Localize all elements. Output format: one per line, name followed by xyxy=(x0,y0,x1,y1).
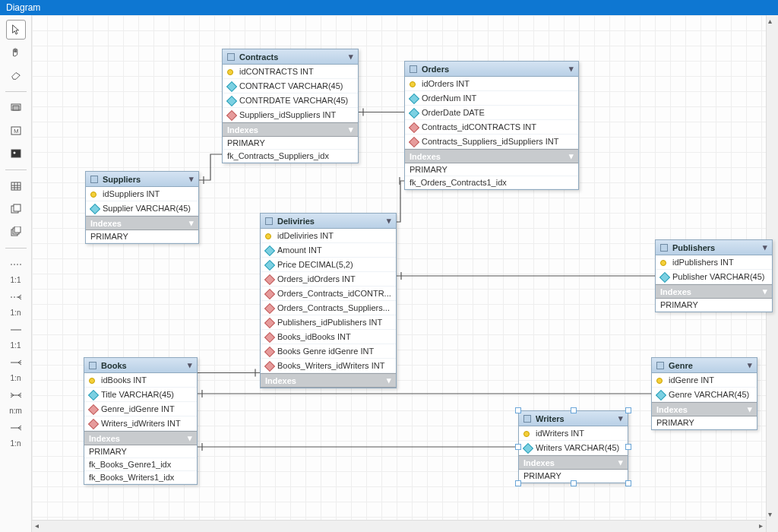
index-row[interactable]: PRIMARY xyxy=(656,299,772,312)
chevron-down-icon[interactable]: ▾ xyxy=(188,433,192,443)
indexes-section[interactable]: Indexes▾ xyxy=(405,149,578,163)
chevron-down-icon[interactable]: ▾ xyxy=(349,52,353,62)
chevron-down-icon[interactable]: ▾ xyxy=(618,458,623,467)
selection-handle[interactable] xyxy=(515,480,521,486)
entity-contracts[interactable]: Contracts▾idCONTRACTS INTCONTRACT VARCHA… xyxy=(222,49,359,163)
rel-1-1-solid-tool[interactable] xyxy=(6,320,26,340)
column-row[interactable]: OrderDate DATE xyxy=(405,106,578,120)
eraser-tool[interactable] xyxy=(6,65,26,85)
indexes-section[interactable]: Indexes▾ xyxy=(223,122,358,137)
entity-orders[interactable]: Orders▾idOrders INTOrderNum INTOrderDate… xyxy=(404,61,579,190)
column-row[interactable]: idOrders INT xyxy=(405,77,578,91)
index-row[interactable]: PRIMARY xyxy=(405,163,578,176)
duplicate-tool[interactable] xyxy=(6,199,26,219)
column-row[interactable]: idCONTRACTS INT xyxy=(223,65,358,79)
index-row[interactable]: PRIMARY xyxy=(652,416,757,429)
index-row[interactable]: fk_Books_Genre1_idx xyxy=(84,458,197,471)
column-row[interactable]: CONTRDATE VARCHAR(45) xyxy=(223,93,358,108)
selection-handle[interactable] xyxy=(625,480,631,486)
diagram-canvas[interactable]: ▴ ▾ ◂ ▸ Suppliers▾idSuppliers INTSupplie… xyxy=(32,15,778,532)
scroll-down-icon[interactable]: ▾ xyxy=(768,510,772,518)
column-row[interactable]: Writers_idWriters INT xyxy=(84,416,197,431)
entity-writers[interactable]: Writers▾idWriters INTWriters VARCHAR(45)… xyxy=(518,410,628,483)
chevron-down-icon[interactable]: ▾ xyxy=(188,360,192,370)
selection-handle[interactable] xyxy=(515,444,521,450)
column-row[interactable]: idDeliviries INT xyxy=(261,229,396,243)
indexes-section[interactable]: Indexes▾ xyxy=(261,373,396,388)
rel-1-n-alt-tool[interactable] xyxy=(6,418,26,438)
rel-n-m-tool[interactable] xyxy=(6,385,26,405)
entity-header[interactable]: Writers▾ xyxy=(519,411,628,426)
grid-tool[interactable] xyxy=(6,176,26,196)
scroll-left-icon[interactable]: ◂ xyxy=(35,521,39,530)
chevron-down-icon[interactable]: ▾ xyxy=(189,174,194,184)
column-row[interactable]: idWriters INT xyxy=(519,426,628,441)
column-row[interactable]: Contracts_Suppliers_idSuppliers INT xyxy=(405,135,578,149)
selection-handle[interactable] xyxy=(515,407,521,413)
chevron-down-icon[interactable]: ▾ xyxy=(763,242,767,252)
column-row[interactable]: Orders_Contracts_Suppliers... xyxy=(261,301,396,315)
chevron-down-icon[interactable]: ▾ xyxy=(387,216,391,226)
entity-deliviries[interactable]: Deliviries▾idDeliviries INTAmount INTPri… xyxy=(260,213,397,388)
column-row[interactable]: idBooks INT xyxy=(84,373,197,388)
column-row[interactable]: Amount INT xyxy=(261,243,396,258)
column-row[interactable]: Writers VARCHAR(45) xyxy=(519,441,628,455)
column-row[interactable]: Price DECIMAL(5,2) xyxy=(261,258,396,272)
column-row[interactable]: idPublishers INT xyxy=(656,255,772,270)
index-row[interactable]: PRIMARY xyxy=(86,230,198,243)
scroll-up-icon[interactable]: ▴ xyxy=(768,17,772,25)
scroll-right-icon[interactable]: ▸ xyxy=(759,521,763,530)
index-row[interactable]: fk_Orders_Contracts1_idx xyxy=(405,176,578,189)
horizontal-scrollbar[interactable]: ◂ ▸ xyxy=(32,520,766,532)
column-row[interactable]: OrderNum INT xyxy=(405,91,578,106)
column-row[interactable]: Books Genre idGenre INT xyxy=(261,344,396,359)
indexes-section[interactable]: Indexes▾ xyxy=(84,431,197,445)
column-row[interactable]: Title VARCHAR(45) xyxy=(84,388,197,402)
stack-tool[interactable] xyxy=(6,222,26,242)
indexes-section[interactable]: Indexes▾ xyxy=(652,402,757,416)
indexes-section[interactable]: Indexes▾ xyxy=(86,216,198,230)
index-row[interactable]: PRIMARY xyxy=(223,137,358,150)
rel-1-n-solid-tool[interactable] xyxy=(6,353,26,372)
index-row[interactable]: fk_Contracts_Suppliers_idx xyxy=(223,150,358,163)
indexes-section[interactable]: Indexes▾ xyxy=(519,455,628,470)
chevron-down-icon[interactable]: ▾ xyxy=(763,287,767,296)
column-row[interactable]: idGenre INT xyxy=(652,373,757,388)
selection-handle[interactable] xyxy=(625,407,631,413)
column-row[interactable]: Publisher VARCHAR(45) xyxy=(656,270,772,284)
chevron-down-icon[interactable]: ▾ xyxy=(748,404,752,414)
column-row[interactable]: Publishers_idPublishers INT xyxy=(261,315,396,330)
image-tool[interactable] xyxy=(6,144,26,163)
chevron-down-icon[interactable]: ▾ xyxy=(349,125,353,135)
column-row[interactable]: Orders_Contracts_idCONTR... xyxy=(261,287,396,301)
column-row[interactable]: Genre_idGenre INT xyxy=(84,402,197,416)
column-row[interactable]: CONTRACT VARCHAR(45) xyxy=(223,79,358,93)
entity-publishers[interactable]: Publishers▾idPublishers INTPublisher VAR… xyxy=(655,239,773,312)
rel-1-n-tool[interactable] xyxy=(6,287,26,307)
column-row[interactable]: Supplier VARCHAR(45) xyxy=(86,201,198,216)
entity-header[interactable]: Deliviries▾ xyxy=(261,214,396,229)
pointer-tool[interactable] xyxy=(6,20,26,40)
index-row[interactable]: fk_Books_Writers1_idx xyxy=(84,471,197,484)
entity-header[interactable]: Books▾ xyxy=(84,358,197,373)
layer-tool[interactable] xyxy=(6,98,26,118)
column-row[interactable]: Books_Writers_idWriters INT xyxy=(261,359,396,373)
entity-header[interactable]: Orders▾ xyxy=(405,62,578,77)
column-row[interactable]: Books_idBooks INT xyxy=(261,330,396,344)
column-row[interactable]: Genre VARCHAR(45) xyxy=(652,388,757,402)
column-row[interactable]: idSuppliers INT xyxy=(86,187,198,201)
entity-header[interactable]: Suppliers▾ xyxy=(86,172,198,187)
entity-suppliers[interactable]: Suppliers▾idSuppliers INTSupplier VARCHA… xyxy=(85,171,199,244)
chevron-down-icon[interactable]: ▾ xyxy=(618,413,623,423)
chevron-down-icon[interactable]: ▾ xyxy=(569,64,574,74)
selection-handle[interactable] xyxy=(571,407,577,413)
column-row[interactable]: Orders_idOrders INT xyxy=(261,272,396,287)
hand-tool[interactable] xyxy=(6,43,26,62)
entity-books[interactable]: Books▾idBooks INTTitle VARCHAR(45)Genre_… xyxy=(84,357,198,485)
entity-header[interactable]: Publishers▾ xyxy=(656,240,772,255)
chevron-down-icon[interactable]: ▾ xyxy=(569,151,574,161)
chevron-down-icon[interactable]: ▾ xyxy=(189,218,194,228)
selection-handle[interactable] xyxy=(571,480,577,486)
column-row[interactable]: Suppliers_idSuppliers INT xyxy=(223,108,358,122)
indexes-section[interactable]: Indexes▾ xyxy=(656,284,772,299)
